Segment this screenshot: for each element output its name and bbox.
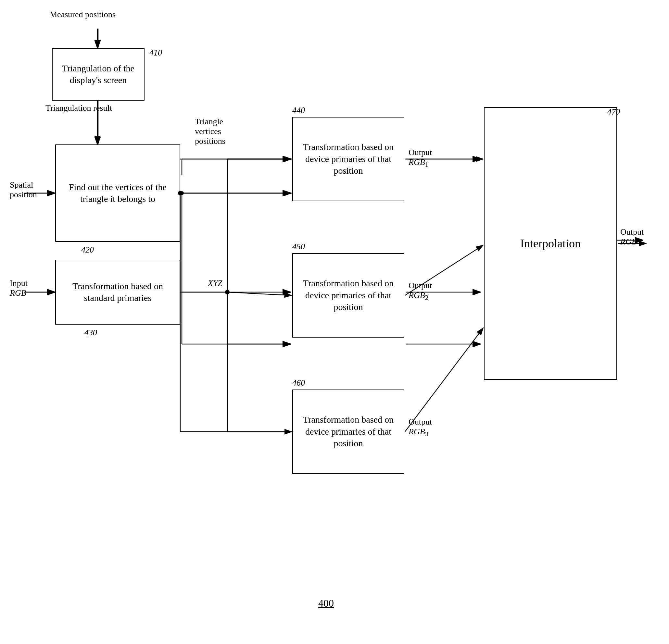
triangulation-box: Triangulation of the display's screen xyxy=(52,48,144,101)
find-vertices-box: Find out the vertices of the triangle it… xyxy=(55,144,180,242)
ref-470: 470 xyxy=(607,107,620,117)
transform3-box: Transformation based on device primaries… xyxy=(292,390,404,474)
ref-410: 410 xyxy=(150,48,162,58)
interpolation-label: Interpolation xyxy=(520,236,581,251)
transform-standard-label: Transformation based on standard primari… xyxy=(59,280,176,304)
triangulation-label: Triangulation of the display's screen xyxy=(56,63,141,86)
output-rgb3-label: OutputRGB3 xyxy=(409,417,432,438)
output-rgb-final-label: OutputRGB xyxy=(620,227,644,247)
figure-number: 400 xyxy=(318,597,334,609)
triangle-vertices-label: Triangleverticespositions xyxy=(195,117,225,146)
interpolation-box: Interpolation xyxy=(484,107,617,380)
transform2-box: Transformation based on device primaries… xyxy=(292,253,404,338)
ref-440: 440 xyxy=(292,105,305,115)
transform-standard-box: Transformation based on standard primari… xyxy=(55,260,180,325)
transform2-label: Transformation based on device primaries… xyxy=(296,278,400,313)
input-rgb-label: InputRGB xyxy=(10,278,28,298)
spatial-position-label: Spatialposition xyxy=(10,180,37,200)
output-rgb1-label: OutputRGB1 xyxy=(409,148,432,169)
diagram-container: Measured positions Triangulation of the … xyxy=(0,0,669,644)
ref-460: 460 xyxy=(292,378,305,388)
ref-450: 450 xyxy=(292,242,305,252)
svg-point-8 xyxy=(180,191,184,195)
svg-point-13 xyxy=(225,290,229,294)
find-vertices-label: Find out the vertices of the triangle it… xyxy=(59,181,176,205)
transform1-box: Transformation based on device primaries… xyxy=(292,117,404,201)
xyz-label: XYZ xyxy=(208,278,223,288)
transform1-label: Transformation based on device primaries… xyxy=(296,141,400,177)
transform3-label: Transformation based on device primaries… xyxy=(296,414,400,449)
triangulation-result-label: Triangulation result xyxy=(45,103,112,113)
ref-420: 420 xyxy=(81,245,94,255)
measured-positions-label: Measured positions xyxy=(50,10,116,19)
ref-430: 430 xyxy=(84,328,97,338)
output-rgb2-label: OutputRGB2 xyxy=(409,281,432,302)
